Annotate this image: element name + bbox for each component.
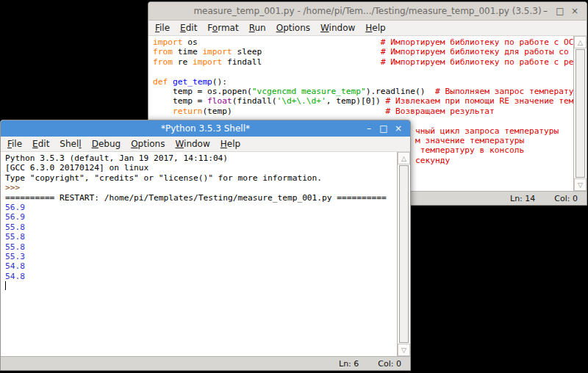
code-line: return(temp) # Возвращаем результат: [153, 106, 573, 116]
shell-line: 54.8: [5, 261, 397, 271]
close-icon[interactable]: ×: [393, 124, 404, 133]
menu-item-help[interactable]: Help: [360, 21, 390, 35]
editor-scrollbar-thumb[interactable]: [576, 49, 585, 178]
maximize-icon[interactable]: □: [379, 124, 389, 133]
menu-item-format[interactable]: Format: [202, 21, 243, 35]
shell-line: >>>: [5, 183, 397, 192]
shell-window: *Python 3.5.3 Shell* – □ × FileEditShell…: [0, 120, 411, 371]
menu-item-file[interactable]: File: [2, 137, 27, 151]
shell-line: 55.8: [5, 222, 397, 232]
code-line: from re import findall # Импортируем биб…: [153, 57, 573, 67]
menu-item-file[interactable]: File: [150, 21, 175, 35]
code-line: from time import sleep # Импортируем биб…: [153, 47, 573, 57]
code-line: temp = os.popen("vcgencmd measure_temp")…: [153, 87, 573, 96]
shell-titlebar[interactable]: *Python 3.5.3 Shell* – □ ×: [1, 120, 410, 137]
editor-menubar: FileEditFormatRunOptionsWindowHelp: [148, 21, 587, 36]
scroll-down-icon[interactable]: ▽: [398, 344, 410, 356]
minimize-icon[interactable]: –: [540, 7, 551, 15]
shell-textarea[interactable]: Python 3.5.3 (default, Jan 19 2017, 14:1…: [1, 152, 397, 356]
menu-item-run[interactable]: Run: [244, 21, 271, 35]
scroll-up-icon[interactable]: △: [574, 36, 587, 48]
menu-item-debug[interactable]: Debug: [87, 137, 126, 151]
menu-item-edit[interactable]: Edit: [27, 137, 54, 151]
desktop: { "colors": { "desktop_bg": "#000000", "…: [0, 0, 588, 373]
code-line: [153, 67, 573, 76]
editor-window-controls: – □ ×: [540, 7, 580, 15]
scroll-down-icon[interactable]: ▽: [574, 178, 587, 191]
shell-line: 55.8: [5, 242, 397, 252]
shell-line: 55.3: [5, 252, 397, 261]
code-line: temp = float(findall('\d+\.\d+', temp)[0…: [153, 96, 573, 106]
menu-item-options[interactable]: Options: [271, 21, 315, 35]
close-icon[interactable]: ×: [570, 7, 580, 15]
editor-col-indicator: Col: 0: [554, 194, 578, 203]
editor-window-title: measure_temp_001.py - /home/pi/Tem.../Te…: [148, 6, 587, 16]
shell-line: [GCC 6.3.0 20170124] on linux: [5, 163, 397, 173]
text-cursor: [5, 281, 6, 290]
shell-menubar: FileEditShellDebugOptionsWindowHelp: [1, 137, 410, 152]
menu-item-help[interactable]: Help: [215, 137, 245, 151]
shell-statusbar: Ln: 6 Col: 0: [1, 356, 410, 370]
shell-window-controls: – □ ×: [364, 124, 404, 133]
menu-item-window[interactable]: Window: [315, 21, 360, 35]
shell-line: [5, 281, 397, 291]
shell-content: Python 3.5.3 (default, Jan 19 2017, 14:1…: [1, 152, 410, 356]
menu-item-window[interactable]: Window: [170, 137, 215, 151]
editor-line-indicator: Ln: 14: [510, 194, 535, 203]
editor-titlebar[interactable]: measure_temp_001.py - /home/pi/Tem.../Te…: [148, 2, 587, 21]
shell-line: 56.9: [5, 203, 397, 212]
shell-line: 54.8: [5, 272, 397, 281]
shell-line: Python 3.5.3 (default, Jan 19 2017, 14:1…: [5, 153, 397, 163]
menu-item-shell[interactable]: Shell: [54, 137, 86, 151]
shell-line: ========== RESTART: /home/pi/Templates/T…: [5, 193, 397, 203]
shell-line: Type "copyright", "credits" or "license(…: [5, 173, 397, 183]
shell-col-indicator: Col: 0: [378, 359, 401, 369]
shell-line: 55.8: [5, 232, 397, 242]
minimize-icon[interactable]: –: [364, 124, 374, 133]
shell-scrollbar-thumb[interactable]: [399, 165, 409, 343]
code-line: def get_temp():: [153, 77, 573, 87]
shell-window-title: *Python 3.5.3 Shell*: [1, 123, 410, 134]
menu-item-options[interactable]: Options: [126, 137, 170, 151]
shell-line-indicator: Ln: 6: [339, 359, 359, 369]
menu-item-edit[interactable]: Edit: [175, 21, 202, 35]
scroll-up-icon[interactable]: △: [398, 152, 410, 164]
code-line: import os # Импортируем библиотеку по ра…: [153, 37, 573, 47]
shell-line: 56.9: [5, 212, 397, 222]
editor-scrollbar[interactable]: △ ▽: [573, 36, 587, 191]
shell-scrollbar[interactable]: △ ▽: [397, 152, 410, 356]
maximize-icon[interactable]: □: [555, 7, 565, 15]
